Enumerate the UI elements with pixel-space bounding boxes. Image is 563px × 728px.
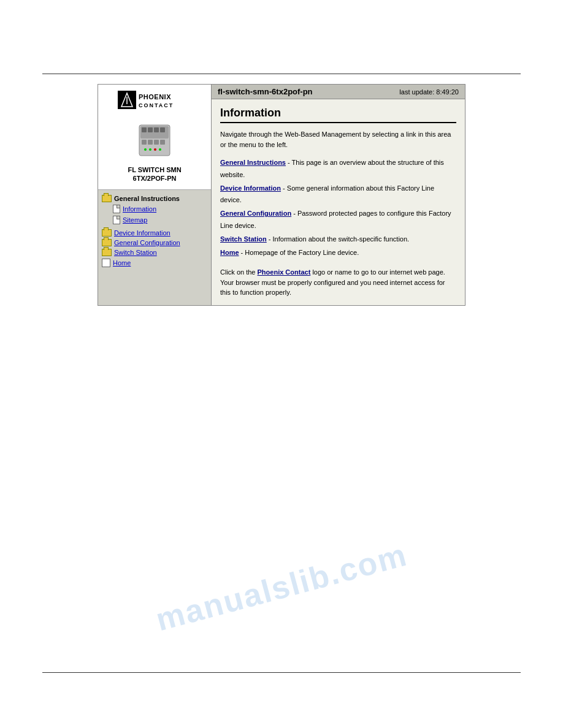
folder-icon xyxy=(102,195,112,202)
phoenix-logo[interactable]: PHOENIX CONTACT xyxy=(118,91,191,110)
folder-icon xyxy=(102,229,112,237)
main-container: PHOENIX CONTACT xyxy=(98,84,465,306)
content-title: Information xyxy=(220,107,456,123)
doc-icon xyxy=(113,216,120,224)
nav-sub-items: Information Sitemap xyxy=(101,203,209,226)
svg-rect-10 xyxy=(160,127,165,132)
svg-text:PHOENIX: PHOENIX xyxy=(139,93,171,100)
content-body: Information Navigate through the Web-Bas… xyxy=(212,99,465,305)
home-icon xyxy=(102,259,110,267)
item-desc: - Homepage of the Factory Line device. xyxy=(239,249,359,256)
svg-rect-13 xyxy=(154,140,159,145)
content-header: fl-switch-smn-6tx2pof-pn last update: 8:… xyxy=(212,85,465,99)
sitemap-link[interactable]: Sitemap xyxy=(123,216,147,224)
switch-station-info-link[interactable]: Switch Station xyxy=(220,235,267,243)
device-image xyxy=(133,119,176,162)
list-item: Home - Homepage of the Factory Line devi… xyxy=(220,247,456,259)
nav-menu: General Instructions Information Sitemap xyxy=(98,190,211,272)
nav-section-label: General Instructions xyxy=(114,195,180,202)
information-link[interactable]: Information xyxy=(123,205,156,213)
bottom-rule xyxy=(42,672,521,673)
general-instructions-info-link[interactable]: General Instructions xyxy=(220,159,286,166)
list-item: Device Information - Some general inform… xyxy=(220,183,456,207)
nav-section-general-instructions: General Instructions Information Sitemap xyxy=(101,194,209,226)
sidebar-item-home[interactable]: Home xyxy=(101,257,209,268)
home-info-link[interactable]: Home xyxy=(220,249,239,256)
footer-text: Click on the Phoenix Contact logo or nam… xyxy=(220,267,456,298)
list-item: General Instructions - This page is an o… xyxy=(220,157,456,181)
top-rule xyxy=(42,74,521,74)
watermark: manualslib.com xyxy=(152,536,411,639)
sidebar-item-device-information[interactable]: Device Information xyxy=(101,228,209,238)
content-area: fl-switch-smn-6tx2pof-pn last update: 8:… xyxy=(212,85,465,305)
sidebar-item-general-configuration[interactable]: General Configuration xyxy=(101,238,209,248)
logo-svg: PHOENIX CONTACT xyxy=(118,91,191,110)
device-name: FL SWITCH SMN 6TX/2POF-PN xyxy=(128,165,181,183)
page-wrapper: PHOENIX CONTACT xyxy=(0,0,563,728)
svg-point-17 xyxy=(154,148,156,151)
folder-icon xyxy=(102,239,112,246)
info-list: General Instructions - This page is an o… xyxy=(220,157,456,259)
svg-rect-9 xyxy=(154,127,159,132)
sidebar-item-sitemap[interactable]: Sitemap xyxy=(112,214,209,226)
home-link[interactable]: Home xyxy=(113,259,131,267)
svg-point-18 xyxy=(159,148,161,151)
device-name-line2: 6TX/2POF-PN xyxy=(133,175,177,182)
general-configuration-link[interactable]: General Configuration xyxy=(114,239,180,246)
folder-icon xyxy=(102,249,112,256)
svg-point-15 xyxy=(144,148,147,151)
sidebar-item-information[interactable]: Information xyxy=(112,203,209,214)
device-svg xyxy=(133,119,176,162)
phoenix-contact-footer-link[interactable]: Phoenix Contact xyxy=(258,268,311,276)
list-item: Switch Station - Information about the s… xyxy=(220,233,456,246)
svg-rect-7 xyxy=(142,127,147,132)
logo-area: PHOENIX CONTACT xyxy=(98,85,211,190)
footer-prefix: Click on the xyxy=(220,268,258,276)
general-configuration-info-link[interactable]: General Configuration xyxy=(220,210,291,217)
last-update: last update: 8:49:20 xyxy=(399,88,459,96)
svg-rect-8 xyxy=(148,127,153,132)
device-information-info-link[interactable]: Device Information xyxy=(220,184,281,192)
intro-text: Navigate through the Web-Based Managemen… xyxy=(220,129,456,150)
switch-station-link[interactable]: Switch Station xyxy=(114,249,157,256)
svg-rect-14 xyxy=(160,140,165,145)
sidebar-item-general-instructions[interactable]: General Instructions xyxy=(101,194,209,203)
list-item: General Configuration - Password protect… xyxy=(220,208,456,232)
device-information-link[interactable]: Device Information xyxy=(114,229,170,237)
svg-text:CONTACT: CONTACT xyxy=(139,102,174,108)
svg-point-16 xyxy=(149,148,151,151)
sidebar: PHOENIX CONTACT xyxy=(98,85,212,305)
sidebar-item-switch-station[interactable]: Switch Station xyxy=(101,248,209,257)
device-title: fl-switch-smn-6tx2pof-pn xyxy=(218,87,313,96)
svg-rect-11 xyxy=(142,140,147,145)
svg-rect-12 xyxy=(148,140,153,145)
device-name-line1: FL SWITCH SMN xyxy=(128,166,181,173)
item-desc: - Information about the switch-specific … xyxy=(267,235,409,243)
doc-icon xyxy=(113,205,120,213)
